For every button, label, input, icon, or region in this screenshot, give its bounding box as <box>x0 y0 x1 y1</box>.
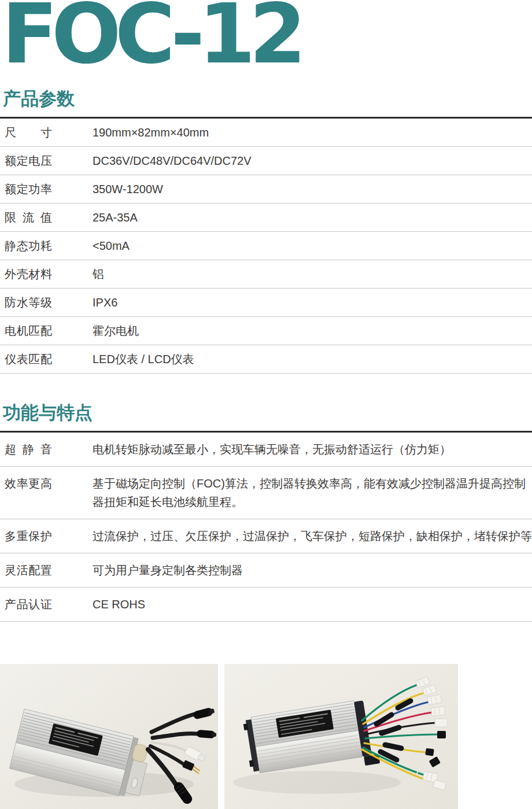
feature-value: 电机转矩脉动减至最小，实现车辆无噪音，无振动舒适运行（仿力矩） <box>93 440 532 459</box>
parameters-heading: 产品参数 <box>3 90 532 108</box>
parameter-row: 静态功耗 <50mA <box>0 232 532 260</box>
parameter-row: 限流值 25A-35A <box>0 204 532 232</box>
parameter-row: 仪表匹配 LED仪表 / LCD仪表 <box>0 345 532 374</box>
product-title: FOC-12 <box>2 1 532 67</box>
feature-row: 灵活配置 可为用户量身定制各类控制器 <box>0 553 532 588</box>
parameters-table: 尺寸 190mm×82mm×40mm 额定电压 DC36V/DC48V/DC64… <box>0 119 532 374</box>
features-table: 超静音 电机转矩脉动减至最小，实现车辆无噪音，无振动舒适运行（仿力矩） 效率更高… <box>0 433 532 622</box>
controller-photo-black-cables-illustration <box>0 664 218 809</box>
parameter-row: 尺寸 190mm×82mm×40mm <box>0 119 532 147</box>
parameter-label: 尺寸 <box>5 126 52 139</box>
parameter-value: IPX6 <box>93 296 117 309</box>
parameter-value: 25A-35A <box>93 211 138 224</box>
section-parameters: 产品参数 尺寸 190mm×82mm×40mm 额定电压 DC36V/DC48V… <box>0 90 532 374</box>
feature-value: CE ROHS <box>93 595 532 614</box>
feature-label: 灵活配置 <box>5 561 52 579</box>
parameter-row: 外壳材料 铝 <box>0 260 532 289</box>
product-datasheet: FOC-12 产品参数 尺寸 190mm×82mm×40mm 额定电压 DC36… <box>0 1 532 809</box>
feature-value: 基于磁场定向控制（FOC)算法，控制器转换效率高，能有效减少控制器温升提高控制器… <box>93 474 532 511</box>
feature-row: 效率更高 基于磁场定向控制（FOC)算法，控制器转换效率高，能有效减少控制器温升… <box>0 467 532 519</box>
feature-label: 超静音 <box>5 440 52 459</box>
feature-row: 产品认证 CE ROHS <box>0 588 532 622</box>
parameter-label: 额定功率 <box>5 183 52 195</box>
parameter-label: 电机匹配 <box>5 324 52 337</box>
parameter-value: 霍尔电机 <box>93 324 139 337</box>
parameter-row: 额定电压 DC36V/DC48V/DC64V/DC72V <box>0 147 532 175</box>
shadow <box>233 771 401 794</box>
parameter-label: 仪表匹配 <box>5 353 52 365</box>
parameter-value: <50mA <box>93 239 130 252</box>
parameter-label: 限流值 <box>5 211 52 224</box>
parameter-value: DC36V/DC48V/DC64V/DC72V <box>93 154 252 167</box>
feature-value: 过流保护，过压、欠压保护，过温保护，飞车保护，短路保护，缺相保护，堵转保护等 <box>93 527 532 545</box>
parameter-label: 防水等级 <box>5 296 52 309</box>
feature-row: 多重保护 过流保护，过压、欠压保护，过温保护，飞车保护，短路保护，缺相保护，堵转… <box>0 519 532 553</box>
parameter-label: 额定电压 <box>5 154 52 167</box>
feature-label: 多重保护 <box>5 527 52 545</box>
product-photo-right <box>224 664 458 809</box>
black-connector <box>437 731 446 738</box>
parameter-value: 铝 <box>93 268 104 280</box>
feature-label: 产品认证 <box>5 595 52 614</box>
product-photos <box>0 664 532 809</box>
parameter-value: 350W-1200W <box>93 183 163 195</box>
parameter-label: 静态功耗 <box>5 239 52 252</box>
feature-value: 可为用户量身定制各类控制器 <box>93 561 532 579</box>
parameter-value: LED仪表 / LCD仪表 <box>93 353 194 365</box>
parameter-row: 电机匹配 霍尔电机 <box>0 317 532 345</box>
section-features: 功能与特点 超静音 电机转矩脉动减至最小，实现车辆无噪音，无振动舒适运行（仿力矩… <box>0 404 532 622</box>
product-photo-left <box>0 664 218 809</box>
features-heading: 功能与特点 <box>3 404 532 422</box>
parameter-row: 额定功率 350W-1200W <box>0 175 532 204</box>
parameter-label: 外壳材料 <box>5 268 52 280</box>
parameter-row: 防水等级 IPX6 <box>0 289 532 317</box>
feature-label: 效率更高 <box>5 474 52 493</box>
feature-row: 超静音 电机转矩脉动减至最小，实现车辆无噪音，无振动舒适运行（仿力矩） <box>0 433 532 467</box>
controller-photo-color-wires-illustration <box>224 664 458 809</box>
parameter-value: 190mm×82mm×40mm <box>93 126 209 139</box>
